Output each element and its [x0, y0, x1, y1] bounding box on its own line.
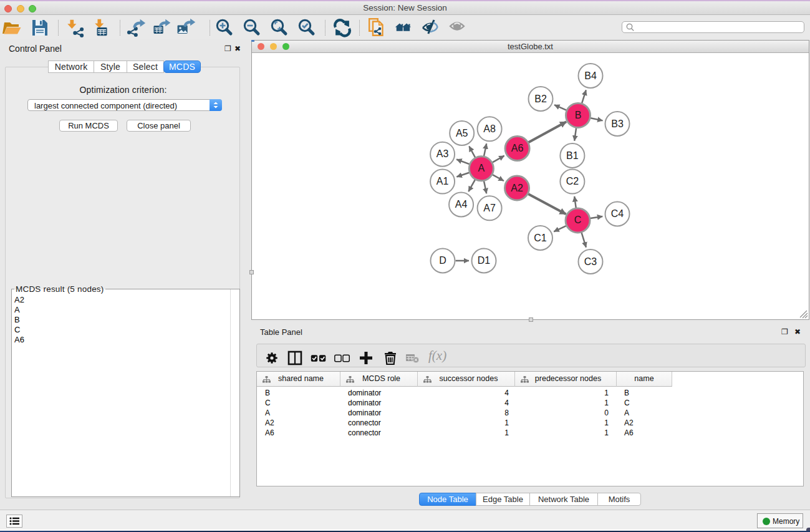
svg-text:A2: A2 [511, 183, 523, 193]
svg-text:C3: C3 [584, 256, 597, 267]
svg-text:B3: B3 [611, 118, 624, 129]
svg-text:C1: C1 [534, 233, 547, 243]
svg-text:C4: C4 [611, 208, 624, 219]
svg-text:A1: A1 [436, 176, 449, 186]
svg-text:B: B [575, 110, 582, 120]
svg-text:A4: A4 [455, 199, 468, 210]
svg-text:B4: B4 [584, 70, 597, 81]
svg-text:C2: C2 [566, 176, 579, 186]
svg-text:B1: B1 [566, 150, 579, 161]
svg-text:A7: A7 [483, 203, 496, 213]
svg-text:A: A [478, 163, 485, 173]
svg-text:D1: D1 [478, 255, 491, 266]
svg-text:C: C [574, 215, 582, 225]
svg-text:A6: A6 [511, 143, 524, 153]
svg-text:A3: A3 [436, 148, 449, 159]
svg-text:A8: A8 [483, 123, 496, 134]
svg-text:B2: B2 [534, 94, 547, 104]
svg-text:D: D [439, 255, 446, 266]
svg-text:A5: A5 [456, 128, 468, 138]
